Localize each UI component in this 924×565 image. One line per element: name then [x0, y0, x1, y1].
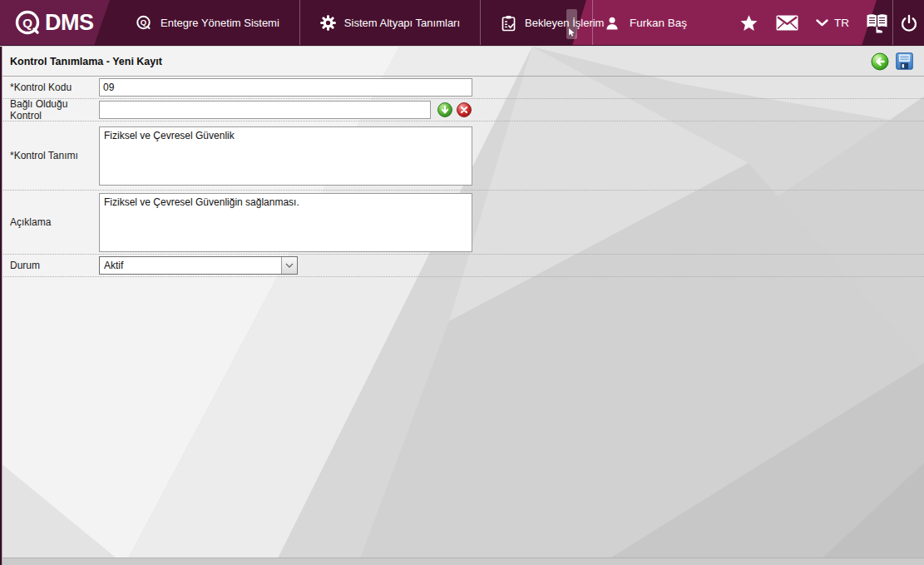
field-label: *Kontrol Kodu: [0, 82, 99, 93]
svg-text:Q: Q: [141, 17, 146, 27]
clear-value-button[interactable]: [457, 102, 472, 117]
svg-text:Q: Q: [22, 15, 32, 29]
field-label: *Kontrol Tanımı: [0, 150, 99, 161]
menu-item-label: Entegre Yönetim Sistemi: [161, 17, 279, 29]
user-name: Furkan Baş: [630, 17, 687, 29]
main-content: Kontrol Tanımlama - Yeni Kayıt: [0, 47, 924, 565]
qdms-logo[interactable]: Q DMS: [12, 0, 94, 46]
back-arrow-icon: [871, 52, 889, 71]
form-row-durum: Durum Aktif: [0, 255, 924, 277]
nav-divider: [592, 0, 593, 46]
form-row-bagli-kontrol: Bağlı Olduğu Kontrol: [0, 99, 924, 121]
field-label: Açıklama: [0, 216, 99, 228]
menu-item-label: Sistem Altyapı Tanımları: [344, 17, 460, 29]
user-area: Furkan Baş: [592, 0, 861, 46]
page-title: Kontrol Tanımlama - Yeni Kayıt: [0, 56, 162, 67]
collapsed-panel-handle[interactable]: [566, 9, 577, 39]
back-button[interactable]: [871, 52, 889, 71]
clipboard-check-icon: [501, 15, 516, 32]
pick-value-button[interactable]: [437, 102, 452, 117]
field-label: Durum: [0, 260, 99, 271]
qdms-ring-icon: Q: [135, 14, 152, 32]
favorites-star-icon[interactable]: [739, 14, 758, 32]
aciklama-textarea[interactable]: Fiziksel ve Çevresel Güvenliğin sağlanma…: [99, 193, 472, 252]
chevron-down-icon: [285, 263, 294, 268]
header-right-icons: [862, 0, 924, 46]
form-row-aciklama: Açıklama Fiziksel ve Çevresel Güvenliğin…: [0, 191, 924, 255]
select-dropdown-button[interactable]: [281, 257, 297, 274]
power-icon: [900, 14, 918, 32]
form-row-kontrol-tanimi: *Kontrol Tanımı Fiziksel ve Çevresel Güv…: [0, 121, 924, 191]
durum-selected-value: Aktif: [100, 260, 281, 271]
qdms-q-ring-icon: Q: [12, 8, 42, 38]
main-menu: Q Entegre Yönetim Sistemi: [115, 0, 624, 46]
clear-x-icon: [457, 102, 472, 117]
field-label: Bağlı Olduğu Kontrol: [0, 98, 99, 121]
form-row-kontrol-kodu: *Kontrol Kodu: [0, 77, 924, 99]
qdms-logo-text: DMS: [45, 10, 94, 36]
gear-icon: [320, 15, 336, 31]
menu-item-sistem-altyapi-tanimlari[interactable]: Sistem Altyapı Tanımları: [300, 0, 480, 46]
language-selector[interactable]: TR: [816, 17, 849, 29]
user-menu[interactable]: Furkan Baş: [592, 15, 687, 32]
durum-select[interactable]: Aktif: [99, 256, 298, 275]
cursor-pointer-icon: [569, 28, 576, 37]
user-manual-icon: [865, 12, 889, 34]
mail-icon[interactable]: [776, 15, 798, 31]
left-edge-line: [2, 47, 2, 565]
top-navbar: Q DMS Q Entegre Yönetim Sistemi: [0, 0, 924, 46]
save-floppy-icon: [896, 52, 913, 70]
chevron-down-icon: [816, 19, 828, 27]
save-button[interactable]: [896, 52, 913, 70]
person-icon: [604, 15, 620, 32]
kontrol-tanimi-textarea[interactable]: Fiziksel ve Çevresel Güvenlik: [99, 126, 472, 186]
menu-item-entegre-yonetim-sistemi[interactable]: Q Entegre Yönetim Sistemi: [115, 0, 299, 46]
page-header: Kontrol Tanımlama - Yeni Kayıt: [0, 47, 924, 77]
user-manual-button[interactable]: [862, 0, 892, 46]
logout-button[interactable]: [893, 0, 924, 46]
kontrol-kodu-input[interactable]: [99, 78, 472, 97]
pick-down-icon: [437, 102, 452, 117]
language-code: TR: [834, 17, 849, 29]
bagli-kontrol-input[interactable]: [99, 101, 431, 119]
